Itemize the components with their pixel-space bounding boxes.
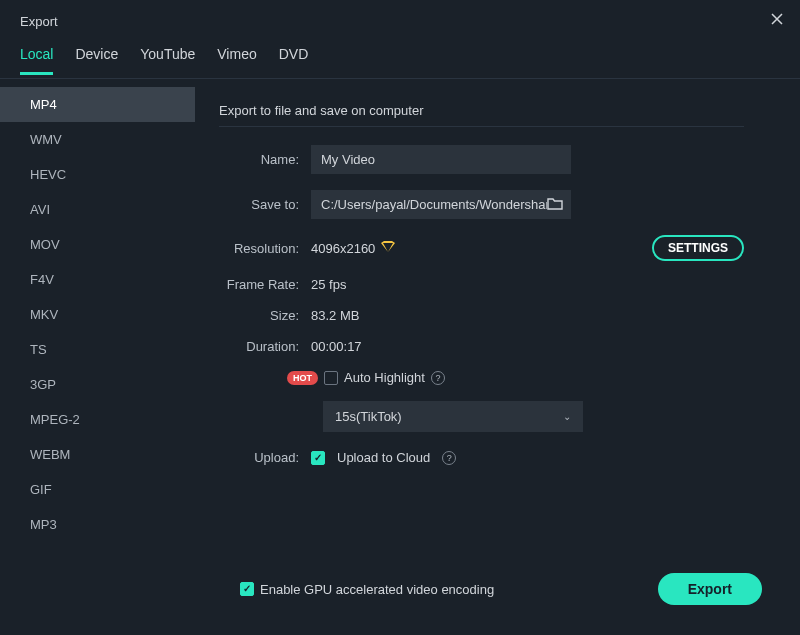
label-name: Name: (219, 152, 311, 167)
premium-diamond-icon (381, 241, 395, 256)
format-3gp[interactable]: 3GP (0, 367, 195, 402)
label-duration: Duration: (219, 339, 311, 354)
format-mp3[interactable]: MP3 (0, 507, 195, 542)
label-resolution: Resolution: (219, 241, 311, 256)
format-hevc[interactable]: HEVC (0, 157, 195, 192)
format-mp4[interactable]: MP4 (0, 87, 195, 122)
label-size: Size: (219, 308, 311, 323)
format-webm[interactable]: WEBM (0, 437, 195, 472)
section-title: Export to file and save on computer (219, 103, 744, 127)
format-mov[interactable]: MOV (0, 227, 195, 262)
tab-device[interactable]: Device (75, 38, 118, 74)
format-sidebar: MP4 WMV HEVC AVI MOV F4V MKV TS 3GP MPEG… (0, 79, 195, 574)
settings-button[interactable]: SETTINGS (652, 235, 744, 261)
save-path-field[interactable]: C:/Users/payal/Documents/Wondershare, (311, 190, 571, 219)
format-mpeg2[interactable]: MPEG-2 (0, 402, 195, 437)
framerate-value: 25 fps (311, 277, 744, 292)
label-saveto: Save to: (219, 197, 311, 212)
label-upload: Upload: (219, 450, 311, 465)
tab-local[interactable]: Local (20, 38, 53, 75)
gpu-label: Enable GPU accelerated video encoding (260, 582, 494, 597)
highlight-preset-value: 15s(TikTok) (335, 409, 402, 424)
tab-bar: Local Device YouTube Vimeo DVD (0, 38, 800, 79)
main-panel: Export to file and save on computer Name… (195, 79, 800, 574)
format-ts[interactable]: TS (0, 332, 195, 367)
chevron-down-icon: ⌄ (563, 411, 571, 422)
format-gif[interactable]: GIF (0, 472, 195, 507)
upload-cloud-label: Upload to Cloud (337, 450, 430, 465)
close-icon[interactable] (770, 12, 784, 30)
titlebar: Export (0, 0, 800, 38)
format-wmv[interactable]: WMV (0, 122, 195, 157)
duration-value: 00:00:17 (311, 339, 744, 354)
upload-cloud-checkbox[interactable] (311, 451, 325, 465)
hot-badge: HOT (287, 371, 318, 385)
auto-highlight-checkbox[interactable] (324, 371, 338, 385)
footer: Enable GPU accelerated video encoding Ex… (0, 551, 800, 635)
resolution-value: 4096x2160 (311, 241, 375, 256)
tab-dvd[interactable]: DVD (279, 38, 309, 74)
tab-youtube[interactable]: YouTube (140, 38, 195, 74)
help-icon[interactable]: ? (442, 451, 456, 465)
format-avi[interactable]: AVI (0, 192, 195, 227)
highlight-preset-select[interactable]: 15s(TikTok) ⌄ (323, 401, 583, 432)
name-input[interactable] (311, 145, 571, 174)
gpu-checkbox[interactable] (240, 582, 254, 596)
window-title: Export (20, 14, 58, 29)
label-framerate: Frame Rate: (219, 277, 311, 292)
auto-highlight-label: Auto Highlight (344, 370, 425, 385)
save-path-text: C:/Users/payal/Documents/Wondershare, (311, 190, 547, 219)
format-f4v[interactable]: F4V (0, 262, 195, 297)
help-icon[interactable]: ? (431, 371, 445, 385)
export-button[interactable]: Export (658, 573, 762, 605)
size-value: 83.2 MB (311, 308, 744, 323)
folder-icon[interactable] (547, 196, 563, 213)
format-mkv[interactable]: MKV (0, 297, 195, 332)
tab-vimeo[interactable]: Vimeo (217, 38, 256, 74)
